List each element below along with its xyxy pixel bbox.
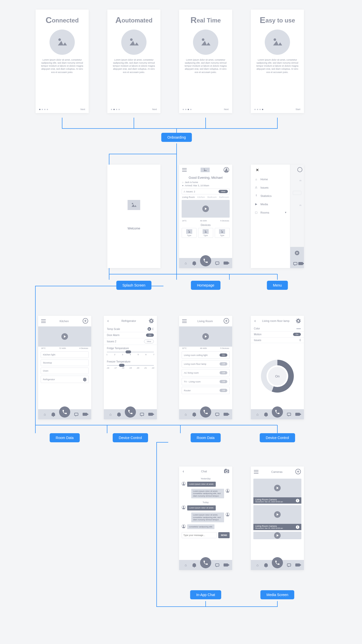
nav-home-icon[interactable]: ⌂ xyxy=(255,563,260,567)
play-icon[interactable] xyxy=(274,511,281,518)
view-button[interactable]: View xyxy=(219,190,228,193)
settings-row[interactable]: Temp Scale C xyxy=(104,326,157,332)
device-item[interactable]: RouterOff xyxy=(182,387,230,394)
drawer-item-statistics[interactable]: ⇡Statistics xyxy=(254,194,286,197)
next-button[interactable]: Next xyxy=(152,108,157,111)
tab-bedroom[interactable]: Bedroom xyxy=(207,196,217,198)
play-icon[interactable] xyxy=(274,532,281,539)
camera-preview[interactable] xyxy=(38,326,91,347)
nav-chat-icon[interactable] xyxy=(74,413,78,416)
back-icon[interactable]: ‹ xyxy=(182,469,184,474)
nav-notifications-icon[interactable] xyxy=(192,261,196,265)
info-icon[interactable]: i xyxy=(296,499,299,502)
back-icon[interactable]: ‹ xyxy=(254,319,256,323)
settings-row[interactable]: MotionOn xyxy=(251,331,304,338)
device-item[interactable]: Stovetop xyxy=(41,359,89,366)
nav-notifications-icon[interactable] xyxy=(52,413,55,416)
nav-video-icon[interactable] xyxy=(83,413,87,416)
nav-video-icon[interactable] xyxy=(148,413,153,416)
device-card[interactable]: Type xyxy=(198,228,213,238)
user-icon[interactable] xyxy=(224,167,229,173)
drawer-item-media[interactable]: ▶Media xyxy=(254,202,286,206)
nav-call-fab[interactable] xyxy=(200,406,211,418)
nav-call-fab[interactable] xyxy=(125,406,136,418)
nav-video-icon[interactable] xyxy=(295,563,300,566)
issues-card[interactable]: ⚠ Issues: 2 View xyxy=(182,189,230,194)
send-button[interactable]: SEND xyxy=(218,532,230,538)
nav-notifications-icon[interactable] xyxy=(192,413,196,416)
play-icon[interactable] xyxy=(274,485,281,491)
menu-icon[interactable] xyxy=(182,168,187,172)
nav-video-icon[interactable] xyxy=(224,262,228,265)
start-button[interactable]: Start xyxy=(296,108,300,111)
nav-notifications-icon[interactable] xyxy=(264,413,268,416)
nav-call-fab[interactable] xyxy=(272,557,283,568)
play-icon[interactable] xyxy=(61,333,68,340)
nav-home-icon[interactable]: ⌂ xyxy=(183,412,188,416)
camera-icon[interactable] xyxy=(224,470,229,473)
camera-clip[interactable] xyxy=(253,532,301,539)
device-item[interactable]: Refrigerator xyxy=(41,376,89,383)
menu-icon[interactable] xyxy=(182,319,187,323)
camera-preview[interactable] xyxy=(179,326,232,347)
camera-clip[interactable]: Living Room CameraMovement: Mar 20, 2020… xyxy=(253,479,301,504)
page-dots[interactable] xyxy=(111,109,120,110)
settings-row[interactable]: Issues 2View xyxy=(104,338,157,345)
play-icon[interactable] xyxy=(202,205,209,212)
message-input[interactable] xyxy=(182,532,217,538)
nav-chat-icon[interactable] xyxy=(287,413,291,416)
tab-bathroom[interactable]: Bathroom xyxy=(219,196,229,198)
nav-home-icon[interactable]: ⌂ xyxy=(183,563,188,567)
power-dial[interactable]: On xyxy=(261,360,294,393)
temp-scale-toggle-dot[interactable] xyxy=(148,327,151,331)
drawer-item-rooms[interactable]: ▢Rooms▾ xyxy=(254,211,286,214)
camera-clip[interactable]: Living Room CameraMovement: Mar 20, 2020… xyxy=(253,505,301,530)
add-icon[interactable]: + xyxy=(295,469,301,474)
camera-preview[interactable] xyxy=(182,200,230,218)
device-item[interactable]: Living room floor lampOff xyxy=(182,360,230,368)
page-dots[interactable] xyxy=(183,109,191,110)
settings-row[interactable]: Issues0 xyxy=(251,338,304,343)
nav-home-icon[interactable]: ⌂ xyxy=(108,412,113,416)
nav-chat-icon[interactable] xyxy=(215,413,219,416)
drawer-item-home[interactable]: ⌂Home xyxy=(254,178,286,181)
nav-call-fab[interactable] xyxy=(272,406,283,418)
nav-video-icon[interactable] xyxy=(224,413,228,416)
tab-kitchen[interactable]: Kitchen xyxy=(197,196,205,198)
nav-home-icon[interactable]: ⌂ xyxy=(183,261,188,265)
next-button[interactable]: Next xyxy=(224,108,229,111)
page-dots[interactable] xyxy=(39,109,48,110)
device-item[interactable]: Kitchen light xyxy=(41,351,89,358)
fridge-temp-slider[interactable] xyxy=(107,352,154,352)
page-dots[interactable] xyxy=(254,109,263,110)
tab-living-room[interactable]: Living Room xyxy=(182,196,195,198)
info-icon[interactable]: i xyxy=(296,525,299,529)
nav-chat-icon[interactable] xyxy=(215,563,219,566)
settings-row[interactable]: Door AlarmOn xyxy=(104,332,157,338)
back-icon[interactable]: ‹ xyxy=(107,319,109,323)
menu-icon[interactable] xyxy=(41,319,46,323)
settings-row[interactable]: Color xyxy=(251,326,304,331)
nav-chat-icon[interactable] xyxy=(287,563,291,566)
nav-home-icon[interactable]: ⌂ xyxy=(255,412,260,416)
nav-home-icon[interactable]: ⌂ xyxy=(42,412,47,416)
nav-notifications-icon[interactable] xyxy=(264,563,268,567)
device-card[interactable]: Type xyxy=(182,228,197,238)
next-button[interactable]: Next xyxy=(80,108,85,111)
nav-call-fab[interactable] xyxy=(59,406,70,418)
drawer-item-issues[interactable]: ⚠Issues xyxy=(254,186,286,189)
device-card[interactable]: Type xyxy=(215,228,230,238)
device-item[interactable]: Living room ceiling lightOn xyxy=(182,351,230,359)
close-icon[interactable]: ✕ xyxy=(254,167,260,173)
add-icon[interactable]: + xyxy=(83,318,88,324)
nav-call-fab[interactable] xyxy=(200,557,211,568)
play-icon[interactable] xyxy=(202,333,209,340)
device-item[interactable]: AC living roomOff xyxy=(182,369,230,376)
nav-notifications-icon[interactable] xyxy=(192,563,196,567)
gear-icon[interactable] xyxy=(149,318,154,323)
nav-chat-icon[interactable] xyxy=(215,262,219,265)
gear-icon[interactable] xyxy=(296,318,301,323)
nav-video-icon[interactable] xyxy=(224,563,228,566)
device-item[interactable]: TV - Living roomOff xyxy=(182,378,230,385)
nav-video-icon[interactable] xyxy=(295,413,300,416)
